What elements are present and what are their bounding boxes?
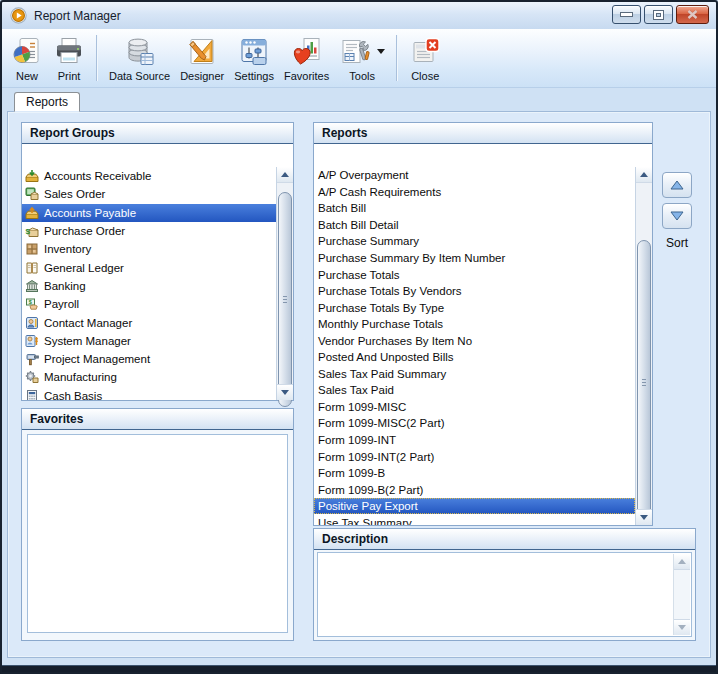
report-item-batch-bill-detail[interactable]: Batch Bill Detail [314,217,635,234]
sales-order-icon [25,187,39,201]
report-item-vendor-purchases-by-item-no[interactable]: Vendor Purchases By Item No [314,332,635,349]
reports-title: Reports [322,126,367,140]
report-label: Purchase Totals By Type [318,302,444,314]
report-label: Form 1099-INT(2 Part) [318,451,434,463]
report-label: Purchase Totals [318,269,400,281]
toolbar-button-close[interactable]: Close [404,32,446,84]
sort-down-button[interactable] [662,203,692,229]
report-group-label: Accounts Receivable [44,170,151,182]
report-label: Batch Bill Detail [318,219,399,231]
sort-up-button[interactable] [662,172,692,198]
toolbar-button-label: Designer [180,70,224,83]
report-group-item-purchase-order[interactable]: $Purchase Order [22,222,276,240]
report-item-use-tax-summary[interactable]: Use Tax Summary [314,514,635,525]
report-group-item-accounts-receivable[interactable]: Accounts Receivable [22,167,276,185]
svg-text:$: $ [26,227,31,236]
sort-up-icon [670,180,684,190]
new-report-icon [11,35,43,68]
report-item-form-1099-b[interactable]: Form 1099-B [314,465,635,482]
toolbar-button-designer[interactable]: Designer [175,32,229,84]
report-label: Sales Tax Paid [318,384,394,396]
toolbar-button-label: Tools [349,70,375,83]
settings-icon [238,35,270,68]
toolbar-button-print[interactable]: Print [48,32,90,84]
report-item-form-1099-misc-2-part[interactable]: Form 1099-MISC(2 Part) [314,415,635,432]
report-groups-scrollbar[interactable] [276,167,293,400]
report-label: Purchase Totals By Vendors [318,285,462,297]
report-item-sales-tax-paid-summary[interactable]: Sales Tax Paid Summary [314,366,635,383]
report-group-item-inventory[interactable]: Inventory [22,240,276,258]
arrow-down-icon [281,390,289,395]
report-item-posted-and-unposted-bills[interactable]: Posted And Unposted Bills [314,349,635,366]
report-label: Purchase Summary By Item Number [318,252,505,264]
toolbar-button-data-source[interactable]: Data Source [104,32,175,84]
report-group-label: General Ledger [44,262,124,274]
report-group-item-cash-basis[interactable]: Cash Basis [22,387,276,400]
toolbar-button-settings[interactable]: Settings [229,32,279,84]
scroll-down-button[interactable] [277,384,293,400]
scrollbar-thumb[interactable] [637,240,651,525]
report-item-purchase-summary[interactable]: Purchase Summary [314,233,635,250]
toolbar-button-label: New [16,70,38,83]
scroll-up-button[interactable] [277,167,293,183]
data-source-icon [124,35,156,68]
favorites-header: Favorites [22,409,293,430]
toolbar-button-new[interactable]: New [6,32,48,84]
report-group-item-payroll[interactable]: $Payroll [22,295,276,313]
report-label: Batch Bill [318,202,366,214]
report-group-item-sales-order[interactable]: Sales Order [22,185,276,203]
toolbar-button-tools[interactable]: Tools [334,32,390,84]
scroll-down-button[interactable] [636,509,652,525]
report-item-purchase-totals-by-vendors[interactable]: Purchase Totals By Vendors [314,283,635,300]
report-group-item-manufacturing[interactable]: Manufacturing [22,368,276,386]
scroll-up-button[interactable] [636,167,652,183]
reports-scrollbar[interactable] [635,167,652,525]
report-label: Sales Tax Paid Summary [318,368,446,380]
report-item-a-p-overpayment[interactable]: A/P Overpayment [314,167,635,184]
report-label: Form 1099-B [318,467,385,479]
report-manager-window: Report Manager NewPrintData SourceDesign… [0,0,718,674]
report-group-item-banking[interactable]: Banking [22,277,276,295]
report-item-batch-bill[interactable]: Batch Bill [314,200,635,217]
close-window-button[interactable] [676,5,709,24]
report-item-a-p-cash-requirements[interactable]: A/P Cash Requirements [314,184,635,201]
scrollbar-thumb[interactable] [278,192,292,407]
payroll-icon: $ [25,297,39,311]
favorites-panel: Favorites [21,408,294,641]
report-item-form-1099-b-2-part[interactable]: Form 1099-B(2 Part) [314,481,635,498]
report-item-purchase-totals-by-type[interactable]: Purchase Totals By Type [314,299,635,316]
report-groups-list: Accounts ReceivableSales OrderAccounts P… [22,167,276,400]
report-label: Form 1099-B(2 Part) [318,484,423,496]
report-item-form-1099-int-2-part[interactable]: Form 1099-INT(2 Part) [314,448,635,465]
report-label: Vendor Purchases By Item No [318,335,472,347]
report-group-item-project-management[interactable]: Project Management [22,350,276,368]
report-label: Use Tax Summary [318,517,412,525]
report-group-item-accounts-payable[interactable]: Accounts Payable [22,204,276,222]
scroll-down-button[interactable] [674,619,690,635]
minimize-button[interactable] [612,5,641,24]
minimize-icon [621,13,632,16]
report-item-purchase-summary-by-item-number[interactable]: Purchase Summary By Item Number [314,250,635,267]
description-header: Description [314,529,695,550]
toolbar-separator [96,35,98,81]
report-item-monthly-purchase-totals[interactable]: Monthly Purchase Totals [314,316,635,333]
report-item-purchase-totals[interactable]: Purchase Totals [314,266,635,283]
toolbar-button-favorites[interactable]: Favorites [279,32,334,84]
report-item-sales-tax-paid[interactable]: Sales Tax Paid [314,382,635,399]
favorites-list[interactable] [27,434,288,633]
report-group-item-system-manager[interactable]: System Manager [22,332,276,350]
toolbar-button-label: Print [58,70,81,83]
report-item-form-1099-int[interactable]: Form 1099-INT [314,432,635,449]
dropdown-caret-icon[interactable] [377,49,385,58]
report-group-item-general-ledger[interactable]: General Ledger [22,258,276,276]
tab-reports[interactable]: Reports [14,92,80,112]
report-label: A/P Cash Requirements [318,186,441,198]
report-group-label: Accounts Payable [44,207,136,219]
report-groups-title: Report Groups [30,126,115,140]
maximize-button[interactable] [644,5,673,24]
report-group-item-contact-manager[interactable]: Contact Manager [22,313,276,331]
report-item-positive-pay-export[interactable]: Positive Pay Export [314,498,635,515]
scroll-up-button[interactable] [674,554,690,570]
description-scrollbar[interactable] [673,554,690,635]
report-item-form-1099-misc[interactable]: Form 1099-MISC [314,399,635,416]
